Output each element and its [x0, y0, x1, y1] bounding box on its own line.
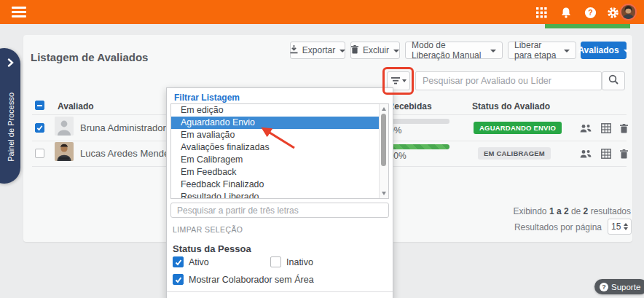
- row-checkbox[interactable]: [35, 149, 44, 158]
- caret-down-icon: [402, 79, 407, 82]
- side-tab-label: Painel de Processo: [7, 93, 15, 162]
- filter-option[interactable]: Em Feedback: [171, 166, 388, 179]
- avaliado-name: Bruna Administrador: [80, 122, 166, 133]
- status-pessoa-title: Status da Pessoa: [173, 243, 251, 254]
- row-checkbox[interactable]: [35, 123, 44, 133]
- mostrar-sem-area-label[interactable]: Mostrar Colaborador sem Área: [189, 275, 314, 285]
- apps-grid-icon[interactable]: [533, 4, 550, 21]
- inativo-checkbox[interactable]: [270, 256, 281, 267]
- delete-row-icon[interactable]: [617, 122, 630, 134]
- per-page-select[interactable]: 15: [608, 219, 632, 235]
- delete-row-icon[interactable]: [617, 148, 630, 160]
- clear-selection-link[interactable]: LIMPAR SELEÇÃO: [173, 225, 243, 234]
- caret-down-icon: [339, 50, 345, 52]
- menu-icon[interactable]: [12, 7, 26, 17]
- column-header-status: Status do Avaliado: [472, 101, 550, 111]
- app-window: ? Painel de Processo Listagem de Avaliad…: [0, 0, 644, 298]
- release-mode-button[interactable]: Modo de Liberação Manual: [405, 42, 503, 59]
- avaliados-button[interactable]: Avaliados: [581, 42, 627, 59]
- details-table-icon[interactable]: [600, 122, 613, 134]
- per-page-label: Resultados por página: [408, 222, 602, 232]
- panel-divider: [167, 291, 393, 292]
- release-mode-label: Modo de Liberação Manual: [412, 40, 486, 60]
- status-badge: AGUARDANDO ENVIO: [474, 122, 562, 134]
- results-summary: Exibindo 1 a 2 de 2 resultados: [443, 206, 631, 216]
- scroll-down-icon[interactable]: [382, 192, 386, 195]
- search-input[interactable]: [415, 71, 602, 90]
- per-page-value: 15: [611, 221, 621, 232]
- filter-option-selected[interactable]: Aguardando Envio: [171, 117, 388, 129]
- delete-label: Excluir: [363, 45, 389, 55]
- download-icon: [290, 45, 298, 56]
- stepper-icon: [624, 223, 628, 230]
- chevron-right-icon: [7, 57, 14, 70]
- filter-option[interactable]: Feedback Finalizado: [171, 179, 388, 191]
- status-badge: EM CALIBRAGEM: [478, 147, 551, 160]
- evaluators-icon[interactable]: [579, 122, 592, 134]
- help-icon[interactable]: ?: [581, 4, 599, 21]
- avaliados-label: Avaliados: [578, 45, 619, 55]
- release-stage-label: Liberar para etapa: [514, 40, 559, 60]
- top-navbar: ?: [0, 0, 644, 24]
- inativo-label[interactable]: Inativo: [286, 257, 313, 267]
- filter-panel-title: Filtrar Listagem: [174, 93, 240, 103]
- caret-down-icon: [490, 50, 496, 52]
- scroll-up-icon[interactable]: [382, 107, 386, 111]
- filter-option[interactable]: Resultado Liberado: [171, 191, 388, 199]
- select-all-checkbox[interactable]: [35, 101, 44, 110]
- svg-text:?: ?: [588, 8, 592, 17]
- column-header-avaliado: Avaliado: [58, 101, 94, 111]
- search-button[interactable]: [602, 71, 625, 90]
- caret-down-icon: [564, 50, 570, 52]
- filter-search-input[interactable]: [170, 203, 389, 218]
- details-table-icon[interactable]: [600, 148, 613, 160]
- evaluators-icon[interactable]: [579, 148, 592, 160]
- page-title: Listagem de Avaliados: [31, 51, 148, 63]
- ativo-checkbox[interactable]: [173, 256, 184, 267]
- export-label: Exportar: [302, 45, 335, 55]
- scrollbar[interactable]: [379, 104, 388, 198]
- filter-option[interactable]: Em edição: [171, 104, 388, 117]
- search-icon: [608, 74, 619, 87]
- bell-icon[interactable]: [557, 4, 575, 21]
- delete-button[interactable]: Excluir: [350, 42, 400, 59]
- scrollbar-thumb[interactable]: [381, 114, 386, 166]
- filter-dropdown-panel: Filtrar Listagem Em edição Aguardando En…: [166, 87, 393, 298]
- support-label: Suporte: [611, 283, 640, 291]
- gear-icon[interactable]: [604, 4, 621, 21]
- filter-list-icon: [391, 74, 400, 87]
- filter-option[interactable]: Em Calibragem: [171, 154, 388, 166]
- profile-avatar[interactable]: [620, 4, 637, 20]
- filter-option[interactable]: Em avaliação: [171, 129, 388, 141]
- mostrar-sem-area-checkbox[interactable]: [173, 274, 184, 285]
- ativo-label[interactable]: Ativo: [189, 257, 209, 267]
- trash-icon: [351, 45, 358, 56]
- support-button[interactable]: ? Suporte: [594, 279, 644, 294]
- avatar-placeholder: [55, 117, 74, 136]
- avatar-photo: [55, 142, 74, 161]
- question-icon: ?: [600, 283, 608, 291]
- process-panel-tab[interactable]: Painel de Processo: [0, 48, 20, 184]
- filter-options-list: Em edição Aguardando Envio Em avaliação …: [170, 103, 389, 199]
- caret-down-icon: [624, 50, 629, 52]
- release-stage-button[interactable]: Liberar para etapa: [508, 42, 576, 59]
- export-button[interactable]: Exportar: [290, 42, 345, 59]
- filter-option[interactable]: Avaliações finalizadas: [171, 141, 388, 154]
- progress-strip: [545, 24, 630, 28]
- caret-down-icon: [393, 50, 399, 52]
